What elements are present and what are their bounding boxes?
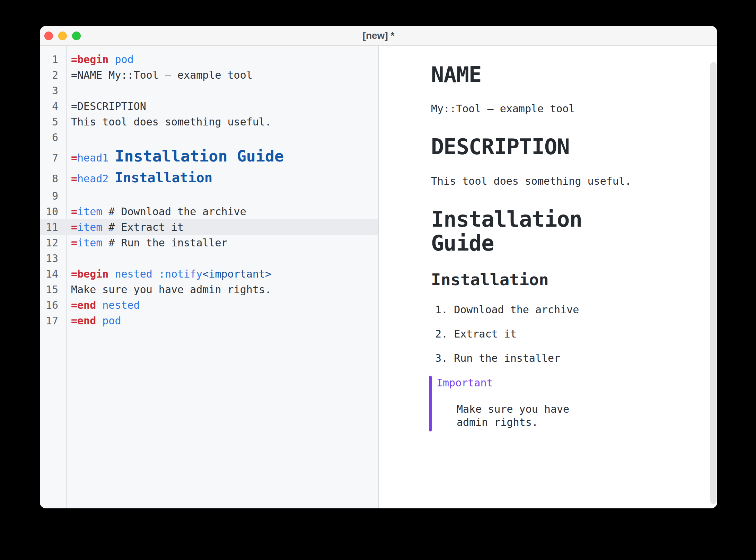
preview-paragraph: This tool does something useful. bbox=[431, 174, 653, 188]
token: <important> bbox=[202, 268, 271, 280]
token: =end bbox=[71, 299, 96, 311]
line-number: 1 bbox=[40, 52, 66, 67]
token bbox=[96, 299, 102, 311]
line-number: 17 bbox=[40, 313, 66, 329]
list-item-text: Extract it bbox=[448, 327, 517, 341]
preview-ordered-list: 1.Download the archive2.Extract it3.Run … bbox=[431, 303, 653, 365]
editor-line-16[interactable]: 16=end nested bbox=[40, 297, 378, 313]
line-number: 6 bbox=[40, 130, 66, 145]
note-accent-bar bbox=[429, 376, 432, 431]
preview-heading: NAME bbox=[431, 63, 653, 87]
split-view: 1=begin pod2=NAME My::Tool — example too… bbox=[40, 46, 717, 508]
list-item-marker: 3. bbox=[435, 351, 448, 365]
window-title: [new] * bbox=[40, 30, 717, 41]
list-item: 3.Run the installer bbox=[435, 351, 653, 365]
editor-line-13[interactable]: 13 bbox=[40, 251, 378, 266]
token: # Download the archive bbox=[102, 205, 246, 218]
code-text: =end nested bbox=[66, 297, 140, 313]
zoom-button[interactable] bbox=[72, 32, 81, 40]
preview-pane: NAMEMy::Tool — example toolDESCRIPTIONTh… bbox=[379, 46, 717, 508]
preview-heading: Installation bbox=[431, 271, 653, 288]
token: =begin bbox=[71, 53, 108, 65]
minimize-button[interactable] bbox=[58, 32, 67, 40]
editor-line-4[interactable]: 4=DESCRIPTION bbox=[40, 98, 378, 114]
editor-line-7[interactable]: 7=head1 Installation Guide bbox=[40, 145, 378, 167]
line-number: 2 bbox=[40, 67, 66, 83]
code-text: =begin pod bbox=[66, 52, 134, 67]
editor-pane[interactable]: 1=begin pod2=NAME My::Tool — example too… bbox=[40, 46, 378, 508]
token: item bbox=[77, 237, 102, 249]
code-text: =item # Download the archive bbox=[66, 204, 246, 219]
code-text: =end pod bbox=[66, 313, 121, 329]
token bbox=[108, 152, 115, 164]
token: nested bbox=[115, 268, 152, 280]
token: nested bbox=[102, 299, 140, 311]
list-item: 1.Download the archive bbox=[435, 303, 653, 316]
code-text: =NAME My::Tool — example tool bbox=[66, 67, 253, 83]
token: pod bbox=[102, 315, 121, 327]
token: =end bbox=[71, 315, 96, 327]
token: Installation Guide bbox=[115, 147, 284, 165]
token: = bbox=[71, 205, 77, 218]
editor-line-11[interactable]: 11=item # Extract it bbox=[40, 219, 378, 235]
line-number: 12 bbox=[40, 235, 66, 251]
traffic-lights bbox=[40, 32, 81, 40]
token: head2 bbox=[77, 173, 108, 185]
code-text: =item # Extract it bbox=[66, 219, 184, 235]
editor-line-2[interactable]: 2=NAME My::Tool — example tool bbox=[40, 67, 378, 83]
list-item-marker: 1. bbox=[435, 303, 448, 316]
token: # Extract it bbox=[102, 221, 184, 233]
list-item-marker: 2. bbox=[435, 327, 448, 341]
token: item bbox=[77, 205, 102, 218]
editor-line-6[interactable]: 6 bbox=[40, 130, 378, 145]
editor-line-14[interactable]: 14=begin nested :notify<important> bbox=[40, 266, 378, 282]
list-item-text: Run the installer bbox=[448, 351, 560, 365]
token bbox=[96, 315, 102, 327]
editor-line-8[interactable]: 8=head2 Installation bbox=[40, 167, 378, 188]
line-number: 5 bbox=[40, 114, 66, 130]
line-number: 8 bbox=[40, 171, 66, 186]
editor-line-1[interactable]: 1=begin pod bbox=[40, 52, 378, 67]
token: item bbox=[77, 221, 102, 233]
code-text: =DESCRIPTION bbox=[66, 98, 146, 114]
code-text: Make sure you have admin rights. bbox=[66, 282, 271, 297]
code-text: =head2 Installation bbox=[66, 167, 212, 188]
token: = bbox=[71, 173, 77, 185]
token bbox=[108, 173, 115, 185]
preview-heading: Installation Guide bbox=[431, 207, 653, 255]
token: # Run the installer bbox=[102, 237, 227, 249]
editor-line-5[interactable]: 5This tool does something useful. bbox=[40, 114, 378, 130]
editor-line-12[interactable]: 12=item # Run the installer bbox=[40, 235, 378, 251]
code-text: =begin nested :notify<important> bbox=[66, 266, 271, 282]
token: :notify bbox=[159, 268, 202, 280]
line-number: 4 bbox=[40, 98, 66, 114]
titlebar[interactable]: [new] * bbox=[40, 26, 717, 46]
editor-line-15[interactable]: 15Make sure you have admin rights. bbox=[40, 282, 378, 297]
token: =begin bbox=[71, 268, 108, 280]
editor-line-17[interactable]: 17=end pod bbox=[40, 313, 378, 329]
token bbox=[108, 53, 115, 65]
preview-document: NAMEMy::Tool — example toolDESCRIPTIONTh… bbox=[431, 63, 653, 431]
token: pod bbox=[115, 53, 133, 65]
token bbox=[152, 268, 159, 280]
line-number: 3 bbox=[40, 83, 66, 98]
token: = bbox=[71, 152, 77, 164]
token: Installation bbox=[115, 170, 212, 185]
editor-line-9[interactable]: 9 bbox=[40, 188, 378, 204]
note-text: Make sure you have admin rights. bbox=[457, 403, 602, 429]
line-number: 7 bbox=[40, 150, 66, 166]
line-number: 15 bbox=[40, 282, 66, 297]
editor-lines: 1=begin pod2=NAME My::Tool — example too… bbox=[40, 52, 378, 329]
close-button[interactable] bbox=[44, 32, 53, 40]
note-label: Important bbox=[429, 378, 653, 388]
token: = bbox=[71, 221, 77, 233]
editor-line-3[interactable]: 3 bbox=[40, 83, 378, 98]
preview-paragraph: My::Tool — example tool bbox=[431, 102, 653, 115]
app-window: [new] * 1=begin pod2=NAME My::Tool — exa… bbox=[40, 26, 717, 508]
preview-scrollbar-thumb[interactable] bbox=[710, 62, 717, 504]
preview-heading: DESCRIPTION bbox=[431, 135, 653, 159]
line-number: 16 bbox=[40, 297, 66, 313]
editor-line-10[interactable]: 10=item # Download the archive bbox=[40, 204, 378, 219]
token: = bbox=[71, 237, 77, 249]
code-text: This tool does something useful. bbox=[66, 114, 271, 130]
